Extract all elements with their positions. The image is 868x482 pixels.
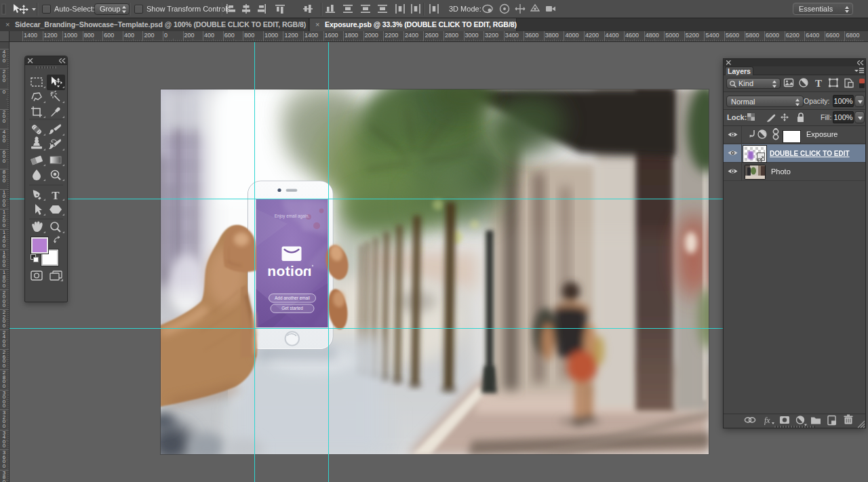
svg-text:n: n [303, 263, 312, 279]
svg-text:fx: fx [764, 416, 770, 425]
svg-text:3D Mode:: 3D Mode: [449, 5, 481, 13]
svg-text:notio: notio [267, 263, 303, 279]
svg-text:T: T [52, 189, 60, 202]
svg-text:Enjoy email again.: Enjoy email again. [275, 214, 310, 219]
svg-text:Get started: Get started [281, 306, 303, 310]
svg-text:T: T [815, 78, 822, 89]
svg-text:Add another email: Add another email [275, 296, 310, 300]
